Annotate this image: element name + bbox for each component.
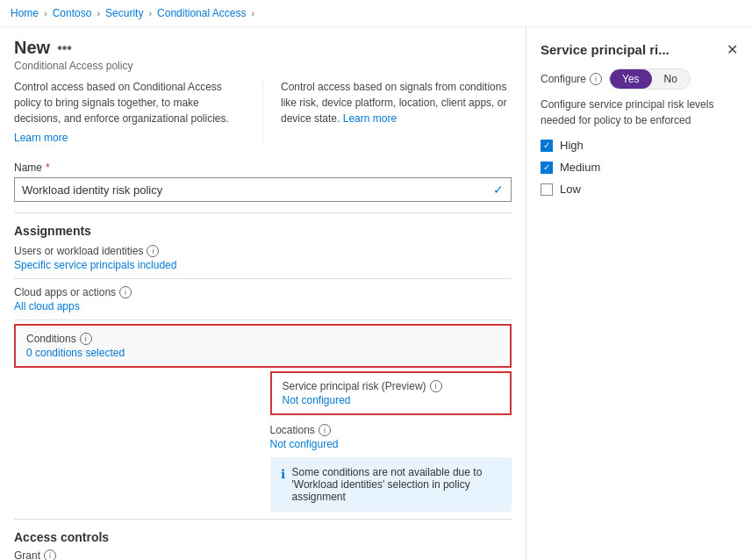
divider-2 (14, 278, 512, 279)
page-title: New (14, 38, 50, 58)
name-input[interactable]: Workload identity risk policy ✓ (14, 177, 512, 202)
no-button[interactable]: No (652, 69, 690, 89)
conditions-value[interactable]: 0 conditions selected (26, 347, 499, 359)
cloud-apps-value[interactable]: All cloud apps (14, 300, 512, 312)
breadcrumb-contoso[interactable]: Contoso (53, 7, 92, 19)
users-workload-section: Users or workload identities i Specific … (0, 241, 526, 275)
breadcrumb-security[interactable]: Security (105, 7, 143, 19)
grant-label: Grant (14, 549, 40, 560)
cloud-apps-label: Cloud apps or actions (14, 286, 116, 298)
sp-risk-info-icon[interactable]: i (430, 380, 442, 392)
configure-row: Configure i Yes No (541, 68, 738, 90)
configure-label: Configure i (541, 73, 602, 85)
assignments-title: Assignments (0, 217, 526, 241)
cloud-apps-info-icon[interactable]: i (119, 286, 132, 298)
learn-more-left[interactable]: Learn more (14, 132, 245, 144)
info-box: ℹ Some conditions are not available due … (270, 457, 512, 512)
required-marker: * (46, 162, 50, 174)
left-description: Control access based on Conditional Acce… (14, 79, 245, 126)
right-panel-header: Service principal ri... ✕ (541, 41, 738, 58)
cloud-apps-section: Cloud apps or actions i All cloud apps (0, 283, 526, 316)
conditions-info-icon[interactable]: i (80, 333, 92, 345)
divider-3 (14, 319, 512, 320)
risk-level-checkboxes: ✓ High ✓ Medium Low (541, 139, 738, 196)
low-label: Low (560, 183, 581, 196)
high-label: High (560, 139, 584, 152)
sp-risk-label: Service principal risk (Preview) (283, 380, 426, 392)
breadcrumb: Home › Contoso › Security › Conditional … (0, 0, 752, 27)
users-info-icon[interactable]: i (147, 245, 159, 257)
locations-section: Locations i Not configured (270, 424, 512, 450)
left-panel: New ••• Conditional Access policy Contro… (0, 27, 526, 560)
right-description: Control access based on signals from con… (281, 79, 512, 126)
users-value[interactable]: Specific service principals included (14, 259, 512, 271)
divider-4 (14, 519, 512, 520)
conditions-left-col (14, 371, 256, 512)
grant-info-icon[interactable]: i (44, 549, 56, 560)
access-controls-title: Access controls (0, 523, 526, 546)
service-principal-risk-box[interactable]: Service principal risk (Preview) i Not c… (270, 371, 512, 415)
breadcrumb-conditional-access[interactable]: Conditional Access (157, 7, 246, 19)
name-section: Name * Workload identity risk policy ✓ (0, 154, 526, 209)
divider-1 (14, 212, 512, 213)
close-button[interactable]: ✕ (727, 41, 738, 58)
users-label: Users or workload identities (14, 245, 143, 257)
info-text: Some conditions are not available due to… (292, 466, 502, 503)
learn-more-right[interactable]: Learn more (343, 112, 397, 125)
checkmark-icon: ✓ (493, 183, 504, 197)
medium-label: Medium (560, 161, 600, 174)
configure-info-icon[interactable]: i (590, 73, 602, 85)
conditions-right-col: Service principal risk (Preview) i Not c… (270, 371, 512, 512)
yes-no-toggle: Yes No (609, 68, 691, 90)
locations-info-icon[interactable]: i (319, 424, 331, 436)
page-header: New ••• Conditional Access policy (0, 27, 526, 79)
conditions-label: Conditions (26, 333, 76, 345)
sp-risk-value[interactable]: Not configured (283, 394, 500, 406)
locations-label: Locations (270, 424, 315, 436)
yes-button[interactable]: Yes (610, 69, 652, 89)
info-circle-icon: ℹ (281, 467, 285, 481)
locations-value[interactable]: Not configured (270, 438, 512, 450)
medium-checkbox-item: ✓ Medium (541, 161, 738, 174)
low-checkbox-item: Low (541, 183, 738, 196)
descriptions: Control access based on Conditional Acce… (0, 79, 526, 154)
high-checkbox[interactable]: ✓ (541, 140, 553, 152)
grant-section: Grant i Block access (0, 546, 526, 560)
high-checkbox-item: ✓ High (541, 139, 738, 152)
right-panel: Service principal ri... ✕ Configure i Ye… (526, 27, 752, 560)
conditions-box[interactable]: Conditions i 0 conditions selected (14, 324, 512, 368)
more-options-icon[interactable]: ••• (57, 40, 72, 56)
low-checkbox[interactable] (541, 183, 553, 196)
name-label: Name (14, 162, 42, 174)
medium-checkbox[interactable]: ✓ (541, 162, 553, 174)
right-panel-title: Service principal ri... (541, 42, 670, 57)
configure-description: Configure service principal risk levels … (541, 97, 738, 128)
page-subtitle: Conditional Access policy (14, 60, 512, 72)
breadcrumb-home[interactable]: Home (11, 7, 39, 19)
